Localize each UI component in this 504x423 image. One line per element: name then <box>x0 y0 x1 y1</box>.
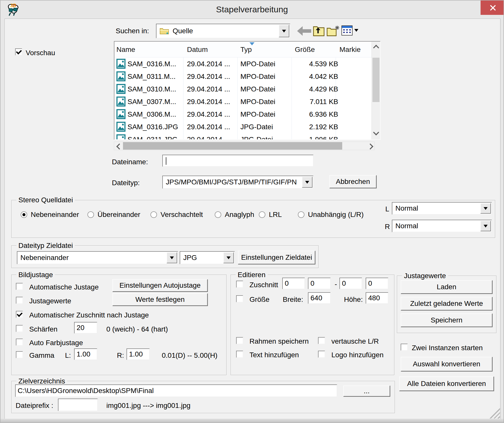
width-input[interactable] <box>308 292 331 304</box>
radio-side-by-side[interactable]: Nebeneinander <box>21 211 79 219</box>
file-size: 6.936 KB <box>281 110 338 118</box>
scroll-up-icon[interactable] <box>373 45 379 51</box>
resize-checkbox[interactable] <box>236 295 243 302</box>
convert-all-button[interactable]: Alle Dateien konvertieren <box>399 376 494 391</box>
file-date: 29.04.2014 ... <box>187 123 230 131</box>
file-row[interactable]: SAM_0316.JPG 29.04.2014 ... JPG-Datei 2.… <box>114 120 371 133</box>
back-arrow-icon[interactable] <box>297 26 311 36</box>
right-channel-combobox[interactable]: Normal <box>392 220 492 232</box>
vertical-scrollbar-thumb[interactable] <box>372 58 380 102</box>
radio-icon <box>21 211 27 218</box>
column-header-date[interactable]: Datum <box>187 46 208 54</box>
folder-icon <box>160 27 169 35</box>
file-row[interactable]: SAM_0311.JPG 29.04.2014 ... JPG-Datei 1.… <box>114 133 371 140</box>
auto-color-label: Auto Farbjustage <box>29 339 83 347</box>
preview-checkbox[interactable] <box>15 48 22 55</box>
cancel-button[interactable]: Abbrechen <box>329 175 376 188</box>
view-menu-icon[interactable] <box>341 25 353 36</box>
target-settings-button[interactable]: Einstellungen Zieldatei <box>238 251 315 264</box>
radio-above-below[interactable]: Übereinander <box>87 211 140 219</box>
browse-button[interactable]: ... <box>343 385 390 397</box>
file-name: SAM_0310.M... <box>128 85 176 93</box>
save-frame-checkbox[interactable] <box>236 337 243 344</box>
column-header-marked[interactable]: Markie <box>339 46 361 54</box>
chevron-down-icon <box>170 256 174 259</box>
column-header-name[interactable]: Name <box>116 46 135 54</box>
adjust-values-checkbox[interactable] <box>16 297 23 304</box>
file-row[interactable]: SAM_0310.M... 29.04.2014 ... MPO-Datei 4… <box>114 83 371 95</box>
left-channel-dropdown-button[interactable] <box>480 203 491 214</box>
sort-arrow-icon <box>249 42 255 45</box>
target-layout-combobox[interactable]: Nebeneinander <box>17 251 178 264</box>
file-row[interactable]: SAM_0306.M... 29.04.2014 ... MPO-Datei 6… <box>114 108 371 120</box>
gamma-left-input[interactable] <box>74 348 97 360</box>
filename-input[interactable] <box>163 155 313 166</box>
adjust-values-label: Justagewerte <box>29 297 71 305</box>
column-header-type[interactable]: Typ <box>240 46 252 54</box>
look-in-combobox[interactable]: Quelle <box>156 24 290 38</box>
vertical-scrollbar[interactable] <box>371 42 380 139</box>
scroll-down-icon[interactable] <box>373 129 379 135</box>
save-button[interactable]: Speichern <box>401 313 492 327</box>
scroll-right-icon[interactable] <box>367 143 373 149</box>
look-in-dropdown-button[interactable] <box>279 25 289 37</box>
swap-lr-checkbox[interactable] <box>318 337 325 344</box>
file-name: SAM_0311.JPG <box>128 136 178 140</box>
file-row[interactable]: SAM_0311.M... 29.04.2014 ... MPO-Datei 4… <box>114 70 371 83</box>
look-in-label: Suchen in: <box>116 27 149 35</box>
auto-adjust-settings-button[interactable]: Einstellungen Autojustage <box>112 279 208 292</box>
file-row[interactable]: SAM_0316.M... 29.04.2014 ... MPO-Datei 4… <box>114 57 371 70</box>
file-prefix-input[interactable] <box>58 399 98 411</box>
crop-left-input[interactable] <box>282 278 305 289</box>
radio-icon <box>215 211 221 218</box>
gamma-label: Gamma <box>29 351 54 360</box>
radio-lrl[interactable]: LRL <box>259 211 282 219</box>
sharpen-input[interactable] <box>74 322 97 334</box>
close-button[interactable] <box>481 1 504 15</box>
left-channel-combobox[interactable]: Normal <box>392 202 492 215</box>
radio-anaglyph[interactable]: Anaglyph <box>215 211 254 219</box>
crop-top-input[interactable] <box>308 278 331 289</box>
auto-adjust-checkbox[interactable] <box>16 283 23 290</box>
horizontal-scrollbar[interactable] <box>114 142 375 150</box>
filetype-combobox[interactable]: JPS/MPO/BMI/JPG/STJ/BMP/TIF/GIF/PN <box>162 176 313 189</box>
right-channel-dropdown-button[interactable] <box>480 221 491 231</box>
radio-interlaced[interactable]: Verschachtelt <box>150 211 203 219</box>
convert-selection-button[interactable]: Auswahl konvertieren <box>401 357 492 371</box>
up-one-level-icon[interactable] <box>312 25 325 37</box>
new-folder-icon[interactable] <box>326 25 340 37</box>
image-file-icon <box>116 58 125 69</box>
set-values-button[interactable]: Werte festlegen <box>112 293 208 306</box>
two-instances-checkbox[interactable] <box>401 344 408 351</box>
height-label: Höhe: <box>344 296 363 304</box>
sharpen-checkbox[interactable] <box>16 325 23 332</box>
view-menu-dropdown-icon[interactable] <box>354 29 358 32</box>
last-loaded-button[interactable]: Zuletzt geladene Werte <box>401 297 492 310</box>
add-logo-checkbox[interactable] <box>318 351 325 358</box>
two-instances-label: Zwei Instanzen starten <box>412 344 483 352</box>
auto-color-checkbox[interactable] <box>16 339 23 346</box>
gamma-right-input[interactable] <box>127 348 150 360</box>
radio-label: Unabhängig (L/R) <box>308 211 364 219</box>
chevron-down-icon <box>484 225 488 227</box>
column-header-size[interactable]: Größe <box>295 46 315 54</box>
target-format-dropdown-button[interactable] <box>223 252 234 263</box>
target-dir-input[interactable] <box>15 384 337 397</box>
crop-right-input[interactable] <box>339 278 362 289</box>
gamma-checkbox[interactable] <box>16 351 23 358</box>
target-layout-dropdown-button[interactable] <box>167 252 177 263</box>
filename-field[interactable] <box>162 155 313 167</box>
horizontal-scrollbar-thumb[interactable] <box>123 142 342 150</box>
add-text-checkbox[interactable] <box>236 351 243 358</box>
crop-bottom-input[interactable] <box>366 278 388 289</box>
radio-independent-lr[interactable]: Unabhängig (L/R) <box>298 211 364 219</box>
height-input[interactable] <box>366 292 388 304</box>
target-format-combobox[interactable]: JPG <box>180 251 235 264</box>
load-button[interactable]: Laden <box>401 280 492 294</box>
filetype-dropdown-button[interactable] <box>302 177 312 188</box>
file-row[interactable]: SAM_0307.M... 29.04.2014 ... MPO-Datei 7… <box>114 95 371 108</box>
image-file-icon <box>116 121 125 132</box>
scroll-left-icon[interactable] <box>116 143 122 149</box>
auto-crop-checkbox[interactable] <box>16 311 23 318</box>
crop-checkbox[interactable] <box>236 281 243 288</box>
